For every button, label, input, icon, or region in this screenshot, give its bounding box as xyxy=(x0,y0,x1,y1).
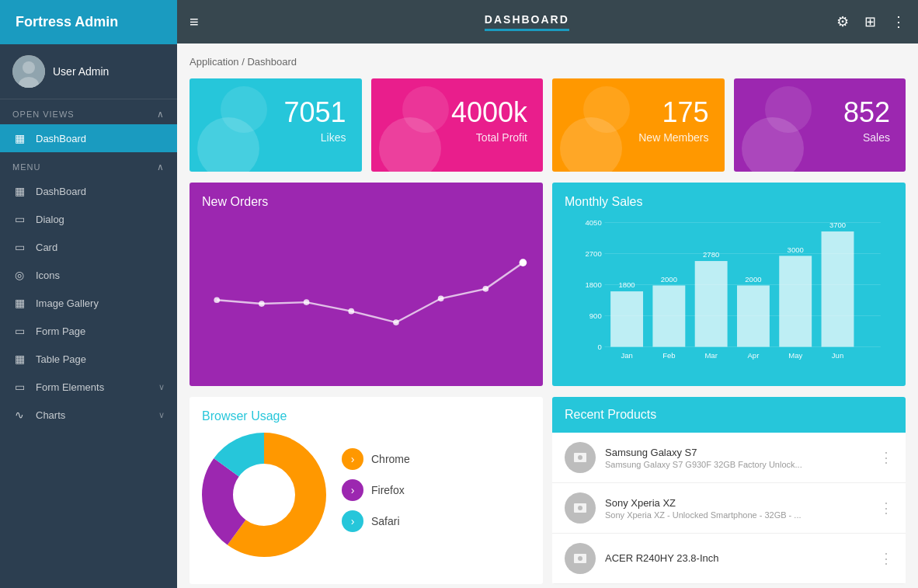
charts-chevron: ∨ xyxy=(158,410,165,420)
browser-donut-chart xyxy=(202,433,326,557)
main-area: ≡ DASHBOARD ⚙ ⊞ ⋮ Application / Dashboar… xyxy=(177,0,918,588)
bottom-row: Browser Usage › xyxy=(190,397,906,584)
product-more-1[interactable]: ⋮ xyxy=(879,449,893,466)
sidebar-item-dashboard[interactable]: ▦ DashBoard xyxy=(0,177,177,205)
sidebar-item-label: Icons xyxy=(36,270,60,281)
stat-label-profit: Total Profit xyxy=(387,131,528,144)
settings-icon[interactable]: ⚙ xyxy=(836,13,849,30)
browser-legend-chrome[interactable]: › Chrome xyxy=(342,448,530,470)
sidebar-item-label: DashBoard xyxy=(36,186,86,197)
sidebar: Fortress Admin User Admin OPEN VIEWS ∧ ▦… xyxy=(0,0,177,588)
table-page-icon: ▦ xyxy=(12,353,26,365)
product-desc-2: Sony Xperia XZ - Unlocked Smartphone - 3… xyxy=(605,510,870,520)
svg-point-9 xyxy=(482,286,489,292)
svg-point-43 xyxy=(578,455,582,460)
recent-products-title: Recent Products xyxy=(552,397,906,433)
sidebar-item-card[interactable]: ▭ Card xyxy=(0,233,177,261)
stat-card-members: 175 New Members xyxy=(552,78,725,172)
topbar: ≡ DASHBOARD ⚙ ⊞ ⋮ xyxy=(177,0,918,43)
svg-text:Apr: Apr xyxy=(748,351,760,360)
dashboard-menu-icon: ▦ xyxy=(12,185,26,197)
chrome-label: Chrome xyxy=(371,453,410,465)
sidebar-item-form-elements[interactable]: ▭ Form Elements ∨ xyxy=(0,373,177,401)
topbar-title: DASHBOARD xyxy=(485,13,569,31)
sidebar-item-label: Card xyxy=(36,242,57,253)
svg-text:3000: 3000 xyxy=(788,245,804,254)
sidebar-item-icons[interactable]: ◎ Icons xyxy=(0,261,177,289)
svg-rect-27 xyxy=(695,261,728,346)
svg-text:2000: 2000 xyxy=(745,275,761,284)
sidebar-item-dialog[interactable]: ▭ Dialog xyxy=(0,205,177,233)
svg-text:2000: 2000 xyxy=(661,275,677,284)
product-item-2: Sony Xperia XZ Sony Xperia XZ - Unlocked… xyxy=(552,483,906,534)
new-orders-card: New Orders xyxy=(190,183,543,386)
new-orders-chart xyxy=(202,215,530,355)
svg-text:0: 0 xyxy=(597,343,601,351)
browser-legend-firefox[interactable]: › Firefox xyxy=(342,479,530,501)
firefox-indicator: › xyxy=(342,479,363,501)
svg-rect-30 xyxy=(737,285,770,346)
grid-icon[interactable]: ⊞ xyxy=(864,13,876,30)
open-views-chevron[interactable]: ∧ xyxy=(157,109,165,120)
avatar xyxy=(12,55,45,88)
stat-label-members: New Members xyxy=(568,131,709,144)
sidebar-item-charts[interactable]: ∿ Charts ∨ xyxy=(0,401,177,429)
sidebar-item-label: Image Gallery xyxy=(36,297,99,309)
svg-point-10 xyxy=(520,259,527,266)
monthly-sales-title: Monthly Sales xyxy=(565,195,893,209)
monthly-sales-card: Monthly Sales 4050 2700 1800 900 0 xyxy=(552,183,906,386)
icons-icon: ◎ xyxy=(12,269,26,281)
user-area: User Admin xyxy=(0,44,177,99)
product-more-3[interactable]: ⋮ xyxy=(879,550,893,567)
product-icon-2 xyxy=(565,492,596,524)
product-icon-3 xyxy=(565,543,596,574)
breadcrumb: Application / Dashboard xyxy=(190,56,906,68)
product-more-2[interactable]: ⋮ xyxy=(879,499,893,517)
form-elements-chevron: ∨ xyxy=(158,382,165,392)
monthly-sales-chart: 4050 2700 1800 900 0 1800 Jan xyxy=(565,215,893,371)
dashboard-icon: ▦ xyxy=(12,132,26,144)
product-name-2: Sony Xperia XZ xyxy=(605,497,870,509)
product-icon-1 xyxy=(565,442,596,473)
safari-label: Safari xyxy=(371,515,400,527)
more-icon[interactable]: ⋮ xyxy=(892,13,906,30)
menu-label: MENU ∧ xyxy=(0,152,177,177)
middle-row: New Orders Monthly Sales xyxy=(190,183,906,386)
menu-chevron[interactable]: ∧ xyxy=(157,162,165,172)
sidebar-item-dashboard-open[interactable]: ▦ DashBoard xyxy=(0,124,177,152)
hamburger-icon[interactable]: ≡ xyxy=(190,13,199,31)
stats-row: 7051 Likes 4000k Total Profit 175 New Me… xyxy=(190,78,906,172)
svg-text:2780: 2780 xyxy=(703,250,719,259)
user-name: User Admin xyxy=(53,65,109,78)
chrome-indicator: › xyxy=(342,448,363,470)
svg-text:Mar: Mar xyxy=(704,351,718,360)
dialog-icon: ▭ xyxy=(12,213,26,225)
open-views-label: OPEN VIEWS ∧ xyxy=(0,99,177,124)
sidebar-item-label: DashBoard xyxy=(36,133,86,144)
recent-products-card: Recent Products Samsung Galaxy S7 Samsun… xyxy=(552,397,906,584)
svg-text:1800: 1800 xyxy=(618,280,635,289)
svg-point-3 xyxy=(214,297,220,303)
svg-text:May: May xyxy=(788,351,802,360)
stat-label-likes: Likes xyxy=(205,131,346,144)
new-orders-title: New Orders xyxy=(202,195,530,209)
charts-icon: ∿ xyxy=(12,409,26,421)
svg-rect-33 xyxy=(779,256,812,346)
browser-legend-safari[interactable]: › Safari xyxy=(342,510,530,532)
sidebar-item-image-gallery[interactable]: ▦ Image Gallery xyxy=(0,289,177,317)
stat-label-sales: Sales xyxy=(749,131,891,144)
sidebar-item-form-page[interactable]: ▭ Form Page xyxy=(0,317,177,345)
svg-point-6 xyxy=(348,308,354,315)
stat-card-profit: 4000k Total Profit xyxy=(371,78,544,172)
svg-rect-36 xyxy=(822,231,854,347)
sidebar-item-label: Form Elements xyxy=(36,381,104,393)
svg-point-7 xyxy=(393,319,399,325)
svg-point-5 xyxy=(304,299,310,305)
browser-usage-title: Browser Usage xyxy=(202,409,530,423)
browser-legend: › Chrome › Firefox › Safari xyxy=(342,448,530,541)
sidebar-item-table-page[interactable]: ▦ Table Page xyxy=(0,345,177,373)
content-area: Application / Dashboard 7051 Likes 4000k… xyxy=(177,43,918,588)
sidebar-item-label: Charts xyxy=(36,409,65,421)
stat-card-sales: 852 Sales xyxy=(734,78,906,172)
product-name-3: ACER R240HY 23.8-Inch xyxy=(605,552,870,564)
